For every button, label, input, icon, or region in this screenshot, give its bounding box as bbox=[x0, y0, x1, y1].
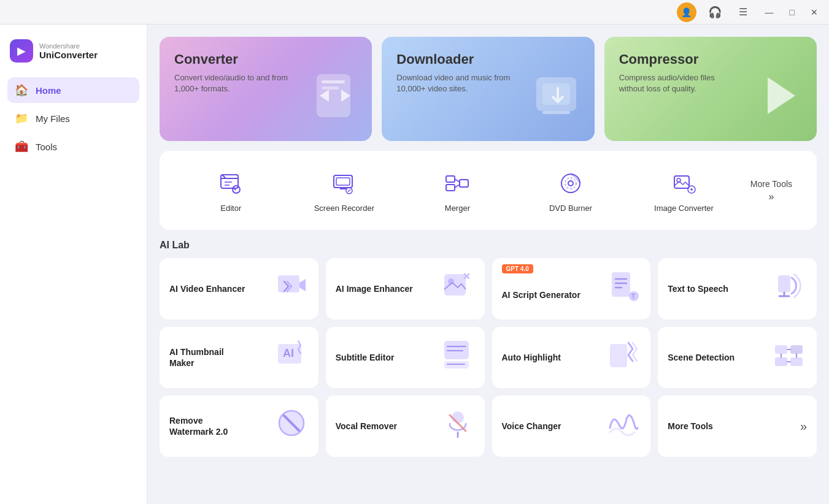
more-chevron-icon: » bbox=[768, 191, 774, 202]
compressor-card[interactable]: Compressor Compress audio/video files wi… bbox=[604, 37, 817, 141]
nav-home[interactable]: 🏠 Home bbox=[7, 77, 139, 103]
minimize-button[interactable]: — bbox=[762, 5, 777, 20]
vocal-remover-label: Vocal Remover bbox=[336, 421, 397, 432]
home-icon: 🏠 bbox=[15, 83, 28, 97]
auto-highlight-card[interactable]: Auto Highlight bbox=[492, 327, 651, 388]
voice-changer-card[interactable]: Voice Changer bbox=[492, 395, 651, 457]
svg-rect-55 bbox=[790, 345, 803, 354]
svg-point-11 bbox=[233, 186, 240, 193]
tool-merger[interactable]: Merger bbox=[401, 163, 514, 218]
merger-icon bbox=[442, 168, 472, 199]
voice-changer-label: Voice Changer bbox=[502, 421, 561, 432]
tool-image-converter[interactable]: Image Converter bbox=[627, 163, 741, 218]
nav-home-label: Home bbox=[36, 85, 61, 96]
svg-point-25 bbox=[561, 174, 580, 193]
ai-image-enhancer-card[interactable]: AI Image Enhancer bbox=[326, 258, 485, 319]
nav-tools-label: Tools bbox=[36, 142, 57, 152]
more-tools-label: More Tools bbox=[750, 179, 792, 189]
remove-watermark-card[interactable]: Remove Watermark 2.0 bbox=[160, 395, 318, 457]
tool-screen-recorder[interactable]: Screen Recorder bbox=[288, 163, 401, 218]
text-to-speech-icon bbox=[773, 269, 807, 308]
more-tools-ai-card[interactable]: More Tools » bbox=[658, 395, 817, 457]
svg-point-26 bbox=[568, 181, 573, 186]
svg-rect-53 bbox=[613, 349, 624, 362]
ai-image-enhancer-icon bbox=[441, 269, 475, 308]
maximize-button[interactable]: □ bbox=[786, 5, 798, 20]
tool-dvd-burner[interactable]: DVD Burner bbox=[514, 163, 628, 218]
converter-desc: Convert video/audio to and from 1,000+ f… bbox=[174, 72, 297, 94]
auto-highlight-icon bbox=[607, 338, 641, 377]
more-tools-ai-label: More Tools bbox=[668, 421, 713, 432]
more-tools-chevron-icon: » bbox=[800, 419, 807, 433]
converter-card[interactable]: Converter Convert video/audio to and fro… bbox=[160, 37, 372, 141]
downloader-card[interactable]: Downloader Download video and music from… bbox=[382, 37, 594, 141]
text-to-speech-label: Text to Speech bbox=[668, 283, 728, 294]
ai-script-generator-icon: T bbox=[607, 269, 641, 308]
svg-rect-56 bbox=[775, 357, 787, 366]
logo-area: ▶ Wondershare UniConverter bbox=[7, 34, 139, 75]
ai-grid-row2: AI Thumbnail Maker AI Subtitle Editor bbox=[160, 327, 817, 388]
ai-video-enhancer-icon bbox=[275, 269, 309, 308]
ai-script-generator-card[interactable]: GPT 4.0 AI Script Generator T bbox=[492, 258, 651, 319]
screen-recorder-icon bbox=[329, 168, 360, 199]
remove-watermark-icon bbox=[275, 407, 309, 446]
remove-watermark-label: Remove Watermark 2.0 bbox=[169, 415, 249, 437]
svg-rect-28 bbox=[674, 176, 689, 188]
svg-rect-1 bbox=[322, 80, 345, 83]
subtitle-editor-icon bbox=[441, 338, 475, 377]
ai-video-enhancer-card[interactable]: AI Video Enhancer bbox=[160, 258, 318, 319]
vocal-remover-card[interactable]: Vocal Remover bbox=[326, 395, 485, 457]
tool-editor[interactable]: Editor bbox=[174, 163, 288, 218]
downloader-icon bbox=[527, 65, 588, 135]
more-tools-button[interactable]: More Tools » bbox=[741, 174, 802, 207]
scene-detection-icon bbox=[773, 338, 807, 377]
sidebar: ▶ Wondershare UniConverter 🏠 Home 📁 My F… bbox=[0, 25, 147, 504]
folder-icon: 📁 bbox=[15, 112, 28, 125]
ai-grid-row1: AI Video Enhancer AI Image Enhancer bbox=[160, 258, 817, 319]
nav-files-label: My Files bbox=[36, 113, 70, 124]
svg-text:T: T bbox=[631, 293, 635, 300]
svg-rect-57 bbox=[790, 357, 803, 366]
logo-product: UniConverter bbox=[39, 50, 98, 60]
logo-text: Wondershare UniConverter bbox=[39, 42, 98, 60]
user-avatar[interactable]: 👤 bbox=[677, 2, 696, 22]
svg-rect-22 bbox=[460, 180, 468, 187]
svg-rect-54 bbox=[775, 345, 787, 354]
ai-thumbnail-maker-label: AI Thumbnail Maker bbox=[169, 346, 249, 368]
scene-detection-card[interactable]: Scene Detection bbox=[658, 327, 817, 388]
close-button[interactable]: ✕ bbox=[807, 5, 822, 20]
svg-rect-36 bbox=[612, 272, 630, 297]
svg-line-12 bbox=[223, 175, 225, 178]
svg-line-23 bbox=[455, 179, 460, 182]
svg-rect-21 bbox=[446, 185, 455, 191]
compressor-icon bbox=[749, 65, 811, 135]
ai-video-enhancer-label: AI Video Enhancer bbox=[169, 283, 245, 294]
svg-rect-5 bbox=[542, 111, 570, 114]
content-area: Converter Convert video/audio to and fro… bbox=[147, 25, 829, 504]
merger-label: Merger bbox=[445, 204, 470, 213]
dvd-burner-icon bbox=[555, 168, 586, 199]
nav-tools[interactable]: 🧰 Tools bbox=[7, 134, 139, 159]
text-to-speech-card[interactable]: Text to Speech bbox=[658, 258, 817, 319]
scene-detection-label: Scene Detection bbox=[668, 352, 735, 363]
subtitle-editor-label: Subtitle Editor bbox=[336, 352, 395, 363]
ai-script-generator-label: AI Script Generator bbox=[502, 289, 580, 300]
logo-icon: ▶ bbox=[10, 39, 33, 63]
tools-section: Editor Screen Recorder bbox=[160, 151, 817, 230]
support-icon[interactable]: 🎧 bbox=[705, 2, 725, 22]
subtitle-editor-card[interactable]: Subtitle Editor bbox=[326, 327, 485, 388]
svg-rect-15 bbox=[336, 178, 350, 185]
editor-label: Editor bbox=[220, 204, 241, 213]
svg-line-19 bbox=[348, 189, 350, 192]
downloader-desc: Download video and music from 10,000+ vi… bbox=[396, 72, 519, 94]
image-converter-icon bbox=[669, 168, 700, 199]
voice-changer-icon bbox=[607, 407, 641, 446]
nav-my-files[interactable]: 📁 My Files bbox=[7, 105, 139, 131]
svg-marker-6 bbox=[768, 77, 795, 114]
compressor-desc: Compress audio/video files without loss … bbox=[619, 72, 742, 94]
logo-brand: Wondershare bbox=[39, 42, 98, 50]
ai-thumbnail-maker-card[interactable]: AI Thumbnail Maker AI bbox=[160, 327, 318, 388]
image-converter-label: Image Converter bbox=[654, 204, 714, 213]
auto-highlight-label: Auto Highlight bbox=[502, 352, 561, 363]
menu-icon[interactable]: ☰ bbox=[733, 2, 753, 22]
